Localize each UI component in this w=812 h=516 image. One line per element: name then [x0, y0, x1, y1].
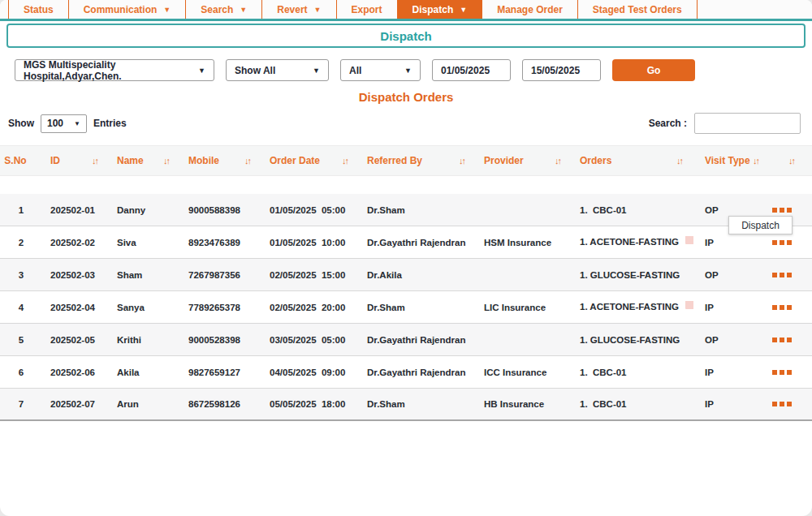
from-date-input[interactable]: 01/05/2025: [432, 59, 511, 81]
row-actions-button[interactable]: [772, 338, 792, 342]
cell-provider: LIC Insurance: [476, 303, 572, 312]
column-header-label: Provider: [484, 155, 524, 166]
hospital-select[interactable]: MGS Multispeciality Hospital,Adyar,Chen.…: [15, 59, 214, 81]
cell-referred-by: Dr.Gayathri Rajendran: [359, 238, 476, 247]
chevron-down-icon: ▼: [240, 6, 247, 14]
tab-label: Dispatch: [412, 4, 454, 15]
dispatch-tooltip-item[interactable]: Dispatch: [728, 216, 793, 234]
cell-actions: [770, 273, 812, 277]
sample-tube-icon: [685, 301, 693, 309]
type-filter-select[interactable]: All ▼: [340, 59, 421, 81]
column-header-provider[interactable]: Provider↓↑: [476, 155, 572, 166]
chevron-down-icon: ▼: [314, 6, 322, 14]
cell-id: 202502-01: [42, 205, 109, 215]
cell-orders: 1. ACETONE-FASTING: [572, 301, 693, 314]
sort-icon[interactable]: ↓↑: [459, 156, 464, 166]
cell-visit-type: OP: [693, 270, 770, 280]
table-row: 4202502-04Sanya778926537802/05/2025 20:0…: [0, 291, 812, 324]
dispatch-page: Status Communication ▼ Search ▼ Revert ▼…: [0, 0, 812, 516]
type-filter-value: All: [349, 65, 361, 76]
column-header-label: ID: [50, 155, 60, 166]
cell-actions: [770, 402, 812, 406]
cell-sno: 6: [0, 368, 42, 377]
tab-export[interactable]: Export: [337, 0, 398, 19]
column-header-mobile[interactable]: Mobile↓↑: [180, 155, 261, 166]
tab-dispatch[interactable]: Dispatch ▼: [398, 0, 483, 19]
tab-bar: Status Communication ▼ Search ▼ Revert ▼…: [0, 0, 812, 21]
tab-label: Revert: [277, 4, 307, 15]
sort-icon[interactable]: ↓↑: [163, 156, 169, 166]
row-actions-button[interactable]: [772, 305, 792, 310]
tab-search[interactable]: Search ▼: [186, 0, 262, 19]
cell-order-date: 02/05/2025 15:00: [261, 270, 359, 280]
cell-referred-by: Dr.Akila: [359, 270, 476, 280]
to-date-value: 15/05/2025: [531, 65, 580, 76]
status-filter-value: Show All: [235, 65, 275, 76]
sample-tube-icon: [685, 236, 693, 244]
sort-icon[interactable]: ↓↑: [788, 156, 794, 166]
cell-orders: 1. CBC-01: [572, 399, 693, 409]
table-body: 1202502-01Danny900058839801/05/2025 05:0…: [0, 194, 812, 421]
cell-visit-type: OP: [693, 205, 770, 215]
cell-name: Sanya: [109, 303, 180, 312]
from-date-value: 01/05/2025: [441, 65, 490, 76]
row-actions-button[interactable]: [772, 208, 792, 213]
tab-communication[interactable]: Communication ▼: [69, 0, 187, 19]
row-actions-button[interactable]: [772, 240, 792, 245]
tab-status[interactable]: Status: [8, 0, 69, 19]
table-row: 5202502-05Krithi900052839803/05/2025 05:…: [0, 324, 812, 356]
row-actions-button[interactable]: [772, 273, 792, 277]
column-header-referred-by[interactable]: Referred By↓↑: [359, 155, 476, 166]
column-header-visit-type[interactable]: Visit Type↓↑: [693, 155, 770, 166]
tab-label: Staged Test Orders: [593, 4, 682, 15]
cell-actions: [770, 208, 812, 213]
column-header-label: Name: [117, 155, 144, 166]
go-button[interactable]: Go: [612, 59, 695, 81]
column-header-actions[interactable]: ↓↑: [770, 156, 812, 166]
column-header-id[interactable]: ID↓↑: [42, 155, 109, 166]
tab-label: Communication: [84, 4, 158, 15]
cell-provider: ICC Insurance: [476, 368, 572, 377]
search-label: Search :: [649, 118, 687, 129]
search-input[interactable]: [694, 113, 801, 134]
cell-sno: 3: [0, 270, 42, 280]
tab-manage-order[interactable]: Manage Order: [482, 0, 578, 19]
sort-icon[interactable]: ↓↑: [753, 156, 758, 166]
column-header-order-date[interactable]: Order Date↓↑: [261, 155, 359, 166]
sort-icon[interactable]: ↓↑: [676, 156, 682, 166]
table-row: 1202502-01Danny900058839801/05/2025 05:0…: [0, 194, 812, 226]
cell-sno: 4: [0, 303, 42, 312]
row-actions-button[interactable]: [772, 402, 792, 406]
entries-select[interactable]: 100 ▼: [41, 114, 87, 133]
chevron-down-icon: ▼: [74, 120, 80, 127]
row-actions-button[interactable]: [772, 370, 792, 375]
to-date-input[interactable]: 15/05/2025: [522, 59, 601, 81]
cell-orders: 1. GLUCOSE-FASTING: [572, 335, 693, 345]
tab-label: Status: [24, 4, 54, 15]
cell-orders: 1. CBC-01: [572, 205, 693, 215]
cell-referred-by: Dr.Sham: [359, 303, 476, 312]
tab-staged-test-orders[interactable]: Staged Test Orders: [578, 0, 698, 19]
column-header-label: Visit Type: [705, 155, 750, 166]
column-header-orders[interactable]: Orders↓↑: [572, 155, 693, 166]
cell-visit-type: IP: [693, 303, 770, 312]
sort-icon[interactable]: ↓↑: [555, 156, 560, 166]
cell-order-date: 03/05/2025 05:00: [261, 335, 359, 345]
sort-icon[interactable]: ↓↑: [92, 156, 97, 166]
table-row: 7202502-07Arun867259812605/05/2025 18:00…: [0, 389, 812, 421]
cell-order-date: 02/05/2025 20:00: [261, 303, 359, 312]
column-header-s-no[interactable]: S.No: [0, 155, 42, 166]
sort-icon[interactable]: ↓↑: [244, 156, 250, 166]
cell-id: 202502-03: [42, 270, 109, 280]
list-controls: Show 100 ▼ Entries Search :: [8, 113, 801, 134]
column-header-name[interactable]: Name↓↑: [109, 155, 180, 166]
cell-referred-by: Dr.Gayathri Rajendran: [359, 335, 476, 345]
tab-revert[interactable]: Revert ▼: [262, 0, 336, 19]
status-filter-select[interactable]: Show All ▼: [226, 59, 329, 81]
cell-orders: 1. CBC-01: [572, 368, 693, 377]
cell-order-date: 01/05/2025 05:00: [261, 205, 359, 215]
cell-referred-by: Dr.Gayathri Rajendran: [359, 368, 476, 377]
sort-icon[interactable]: ↓↑: [342, 156, 348, 166]
cell-mobile: 8672598126: [180, 399, 261, 409]
cell-id: 202502-07: [42, 399, 109, 409]
